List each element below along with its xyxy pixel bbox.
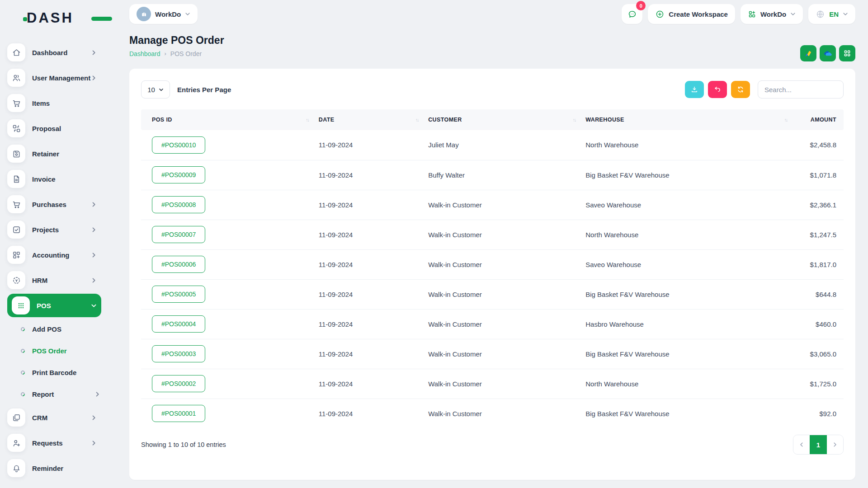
amount-cell: $2,458.8 — [792, 130, 844, 160]
sidebar-item-hrm[interactable]: HRM — [7, 267, 101, 293]
column-header-date[interactable]: DATE↑↓ — [313, 109, 423, 130]
customer-cell: Walk-in Customer — [423, 220, 580, 249]
sidebar-item-requests[interactable]: Requests — [7, 430, 101, 455]
pos-id-badge[interactable]: #POS00008 — [152, 196, 205, 213]
table-row: #POS00007 11-09-2024 Walk-in Customer No… — [141, 220, 844, 249]
sidebar-item-dashboard[interactable]: Dashboard — [7, 40, 101, 65]
customer-cell: Walk-in Customer — [423, 369, 580, 399]
sidebar-item-label: User Management — [32, 74, 91, 82]
column-header-customer[interactable]: CUSTOMER↑↓ — [423, 109, 580, 130]
chevron-down-icon — [185, 11, 190, 17]
pos-id-badge[interactable]: #POS00010 — [152, 136, 205, 154]
sidebar-item-reminder[interactable]: Reminder — [7, 455, 101, 481]
amount-cell: $92.0 — [792, 399, 844, 428]
toolbar-actions — [685, 80, 844, 99]
sidebar-item-label: Items — [32, 99, 97, 107]
messages-button[interactable]: 0 — [622, 4, 642, 24]
pos-id-badge[interactable]: #POS00005 — [152, 286, 205, 303]
plus-circle-icon — [655, 9, 665, 19]
adsense-integration-button[interactable] — [800, 45, 816, 61]
sidebar-item-crm[interactable]: CRM — [7, 405, 101, 430]
download-icon — [690, 85, 698, 94]
customer-cell: Buffy Walter — [423, 160, 580, 190]
pos-id-badge[interactable]: #POS00006 — [152, 256, 205, 273]
column-header-pos-id[interactable]: POS ID↑↓ — [141, 109, 313, 130]
breadcrumb-separator: › — [165, 50, 166, 57]
users-icon — [7, 69, 25, 87]
undo-back-button[interactable] — [708, 81, 727, 98]
refresh-button[interactable] — [731, 81, 750, 98]
bullet-icon — [20, 348, 26, 354]
table-header: POS ID↑↓ DATE↑↓ CUSTOMER↑↓ WAREHOUSE↑↓ A… — [141, 109, 844, 130]
sidebar-item-items[interactable]: Items — [7, 90, 101, 116]
pos-id-badge[interactable]: #POS00002 — [152, 375, 205, 392]
customer-cell: Walk-in Customer — [423, 249, 580, 279]
date-cell: 11-09-2024 — [313, 369, 423, 399]
language-selector[interactable]: EN — [808, 4, 855, 24]
pagination-prev-button[interactable] — [793, 435, 810, 454]
pos-id-badge[interactable]: #POS00003 — [152, 345, 205, 362]
pos-id-badge[interactable]: #POS00009 — [152, 166, 205, 183]
pagination-page-1[interactable]: 1 — [810, 435, 827, 454]
date-cell: 11-09-2024 — [313, 130, 423, 160]
chevron-down-icon — [159, 87, 164, 92]
export-download-button[interactable] — [685, 81, 704, 98]
messages-count-badge: 0 — [636, 1, 646, 10]
column-header-warehouse[interactable]: WAREHOUSE↑↓ — [580, 109, 792, 130]
pos-id-badge[interactable]: #POS00001 — [152, 405, 205, 422]
pos-order-card: 10 Entries Per Page — [129, 69, 855, 480]
topbar: WorkDo 0 Create Workspace WorkDo — [105, 4, 855, 24]
bullet-icon — [20, 326, 26, 332]
onedrive-cloud-icon — [822, 48, 833, 59]
entries-per-page-select[interactable]: 10 — [141, 80, 170, 99]
sidebar-item-pos[interactable]: POS — [7, 294, 101, 317]
submenu-item-pos-order[interactable]: POS Order — [7, 340, 101, 361]
sidebar-item-label: CRM — [32, 414, 91, 422]
column-header-amount[interactable]: AMOUNT — [792, 109, 844, 130]
warehouse-cell: Big Basket F&V Warehouse — [580, 339, 792, 369]
submenu-item-print-barcode[interactable]: Print Barcode — [7, 361, 101, 383]
chevron-right-icon — [91, 252, 97, 258]
pos-id-badge[interactable]: #POS00007 — [152, 226, 205, 243]
refresh-icon — [736, 85, 745, 94]
workdo-menu-button[interactable]: WorkDo — [741, 4, 803, 24]
sidebar-item-user-management[interactable]: User Management — [7, 65, 101, 90]
grid-plus-icon — [7, 246, 25, 264]
onedrive-integration-button[interactable] — [820, 45, 836, 61]
pos-id-badge[interactable]: #POS00004 — [152, 315, 205, 333]
entries-value: 10 — [147, 86, 155, 94]
breadcrumb: Dashboard › POS Order — [129, 50, 224, 57]
integration-buttons — [800, 45, 855, 61]
sidebar-item-proposal[interactable]: Proposal — [7, 116, 101, 141]
sidebar-item-purchases[interactable]: Purchases — [7, 192, 101, 217]
amount-cell: $1,725.0 — [792, 369, 844, 399]
chevron-right-icon — [91, 277, 97, 283]
check-square-icon — [7, 221, 25, 239]
grid-plus-icon — [748, 10, 756, 19]
warehouse-cell: North Warehouse — [580, 130, 792, 160]
chevron-right-icon — [91, 202, 97, 207]
sidebar-item-projects[interactable]: Projects — [7, 217, 101, 242]
search-input[interactable] — [758, 80, 844, 99]
sidebar-item-accounting[interactable]: Accounting — [7, 242, 101, 267]
create-workspace-button[interactable]: Create Workspace — [648, 4, 735, 24]
workspace-switcher[interactable]: WorkDo — [129, 4, 198, 24]
apps-grid-button[interactable] — [839, 45, 855, 61]
table-row: #POS00004 11-09-2024 Walk-in Customer Ha… — [141, 309, 844, 339]
workspace-name: WorkDo — [155, 10, 181, 18]
warehouse-cell: Big Basket F&V Warehouse — [580, 160, 792, 190]
warehouse-cell: North Warehouse — [580, 220, 792, 249]
user-plus-icon — [7, 434, 25, 452]
submenu-item-report[interactable]: Report — [7, 383, 101, 405]
sidebar-item-invoice[interactable]: Invoice — [7, 166, 101, 192]
brand-logo[interactable]: DASH — [24, 8, 101, 28]
table-row: #POS00008 11-09-2024 Walk-in Customer Sa… — [141, 190, 844, 220]
pagination-next-button[interactable] — [827, 435, 843, 454]
breadcrumb-dashboard-link[interactable]: Dashboard — [129, 50, 160, 57]
chevron-right-icon — [91, 75, 97, 81]
chat-bubble-icon — [627, 9, 637, 19]
sidebar-item-retainer[interactable]: Retainer — [7, 141, 101, 166]
amount-cell: $2,366.1 — [792, 190, 844, 220]
submenu-item-add-pos[interactable]: Add POS — [7, 318, 101, 340]
pos-submenu-wrap: Add POS POS Order Print Barcode Report — [7, 318, 101, 405]
